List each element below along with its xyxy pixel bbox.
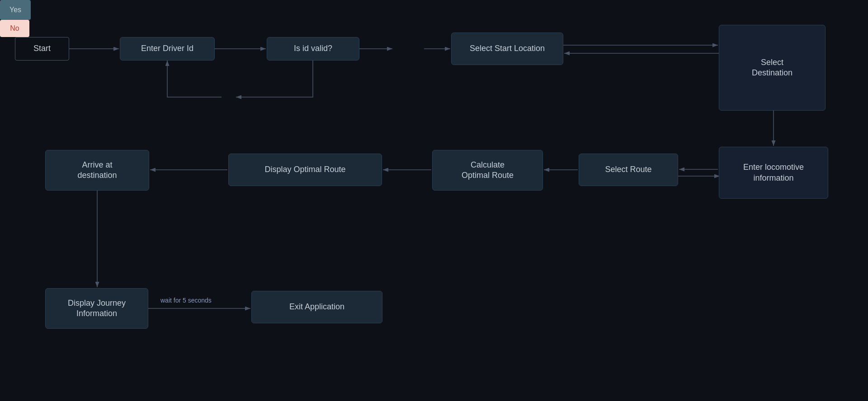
enter-locomotive-information-node: Enter locomotive information [719,147,828,199]
yes-badge: Yes [0,0,31,20]
flowchart: wait for 5 seconds Start Enter Driver Id… [0,0,868,401]
display-optimal-route-node: Display Optimal Route [228,154,382,186]
enter-driver-id-node: Enter Driver Id [120,37,215,61]
calculate-optimal-route-node: Calculate Optimal Route [432,150,543,191]
select-route-node: Select Route [579,154,678,186]
exit-application-node: Exit Application [251,291,382,323]
select-start-location-node: Select Start Location [451,33,563,65]
no-badge: No [0,20,29,37]
display-journey-information-node: Display Journey Information [45,288,148,329]
arrive-at-destination-node: Arrive at destination [45,150,149,191]
wait-label: wait for 5 seconds [160,297,212,304]
start-node: Start [15,37,69,61]
select-destination-node: Select Destination [719,25,826,111]
is-id-valid-node: Is id valid? [267,37,359,61]
